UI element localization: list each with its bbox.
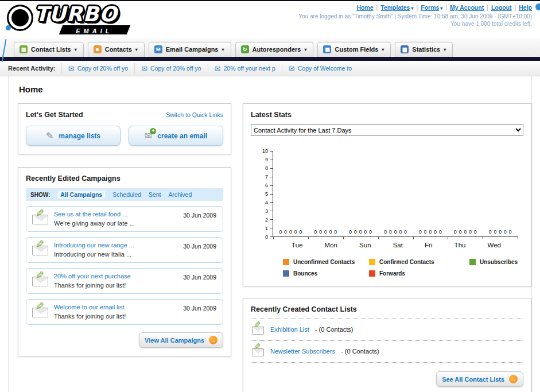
recent-activity-link[interactable]: Copy of 20% off yo xyxy=(77,65,129,72)
filter-archived[interactable]: Archived xyxy=(168,191,192,198)
list-edit-icon: ✎ xyxy=(252,347,265,356)
top-right-area: Home|Templates▾|Forms▾|My Account|Logout… xyxy=(298,4,532,27)
recent-activity-item: ✉ Copy of 20% off yo xyxy=(134,63,207,73)
bar-group-values: 00000 xyxy=(384,229,407,235)
y-tick-label: 9 xyxy=(265,157,268,162)
legend-entry: Unconfirmed Contacts xyxy=(283,259,369,265)
manage-lists-button[interactable]: ✎ manage lists xyxy=(26,126,121,146)
campaign-title-link[interactable]: Introducing our new range ... xyxy=(54,242,170,249)
contact-list-count: - (0 Contacts) xyxy=(315,326,353,333)
filter-scheduled[interactable]: Scheduled xyxy=(112,191,141,198)
tab-autoresponders[interactable]: ↻ Autoresponders ▾ xyxy=(235,42,314,57)
recent-activity-link[interactable]: Copy of 20% off yo xyxy=(150,65,201,72)
nav-divider-bar xyxy=(0,57,540,61)
top-link-templates[interactable]: Templates▾ xyxy=(380,4,413,11)
bar-value-label: 0 xyxy=(284,229,287,235)
recent-activity-item: ✉ Copy of 20% off yo xyxy=(61,63,134,73)
bar-value-label: 0 xyxy=(334,229,337,235)
tab-contacts[interactable]: ☻ Contacts ▾ xyxy=(88,42,145,57)
contact-lists-icon: ▤ xyxy=(20,45,28,53)
legend-entry: Confirmed Contacts xyxy=(369,259,469,265)
y-tick-label: 6 xyxy=(265,183,268,188)
bar-value-label: 0 xyxy=(404,229,407,235)
stats-range-select[interactable]: Contact Activity for the Last 7 Days xyxy=(251,124,523,136)
left-column: Let's Get Started Switch to Quick Links … xyxy=(18,103,231,356)
contact-list-item: ✎ Exhibition List - (0 Contacts) xyxy=(251,319,523,341)
recent-activity-link[interactable]: 20% off your next p xyxy=(224,65,275,72)
credits-info: You have 1,000 total credits left. xyxy=(298,21,532,27)
bar-group-values: 00000 xyxy=(279,229,302,235)
tab-label: Email Campaigns xyxy=(166,46,219,53)
x-tick-label: Fri xyxy=(425,242,432,249)
pencil-icon: ✎ xyxy=(254,320,261,330)
recent-campaigns-panel: Recently Edited Campaigns SHOW: All Camp… xyxy=(18,167,231,356)
chevron-down-icon: ▾ xyxy=(75,47,77,52)
recent-activity-item: ✉ 20% off your next p xyxy=(208,63,282,73)
y-tick xyxy=(270,219,273,220)
separator: | xyxy=(487,4,488,11)
campaign-edit-icon: ✎ xyxy=(32,214,48,224)
see-all-contact-lists-button[interactable]: See All Contact Lists → xyxy=(436,371,523,387)
contact-list-link[interactable]: Exhibition List xyxy=(270,326,309,333)
x-tick xyxy=(308,236,309,239)
switch-quick-links-link[interactable]: Switch to Quick Links xyxy=(166,111,223,118)
bar-value-label: 0 xyxy=(354,229,357,235)
chart-x-labels: TueMonSunSatFriThuWed xyxy=(281,242,512,249)
statistics-icon: ▆ xyxy=(401,45,409,53)
campaign-edit-icon: ✎ xyxy=(32,244,48,255)
chevron-down-icon: ▾ xyxy=(440,6,442,11)
contact-lists-title: Recently Created Contact Lists xyxy=(251,305,523,319)
campaign-date: 30 Jun 2009 xyxy=(183,305,216,312)
top-link-home[interactable]: Home xyxy=(356,4,373,11)
recent-activity-link[interactable]: Copy of Welcome to xyxy=(298,65,352,72)
custom-fields-icon: ▦ xyxy=(323,45,331,53)
view-all-campaigns-button[interactable]: View All Campaigns → xyxy=(139,332,223,348)
y-tick-label: 1 xyxy=(265,226,268,231)
campaign-title-link[interactable]: Welcome to our email list xyxy=(54,304,170,311)
bar-value-label: 0 xyxy=(329,229,332,235)
top-link-forms[interactable]: Forms▾ xyxy=(421,4,442,11)
separator: | xyxy=(515,4,516,11)
top-link-logout[interactable]: Logout xyxy=(491,4,512,11)
tab-label: Contacts xyxy=(105,46,132,53)
campaign-subtitle: Introducing our new Italia ... xyxy=(54,251,170,258)
chevron-down-icon: ▾ xyxy=(444,47,446,52)
y-tick xyxy=(270,202,273,203)
create-email-button[interactable]: ✉ + create an email xyxy=(129,126,223,146)
right-column: Latest Stats Contact Activity for the La… xyxy=(243,103,531,392)
pencil-icon: ✎ xyxy=(36,300,44,313)
bar-value-label: 0 xyxy=(459,229,462,235)
x-tick xyxy=(413,236,414,239)
bar-value-label: 0 xyxy=(434,229,437,235)
logo-email-band: EMAIL xyxy=(59,25,130,34)
campaign-date: 30 Jun 2009 xyxy=(183,274,216,281)
top-link-my-account[interactable]: My Account xyxy=(450,4,484,11)
campaign-title-link[interactable]: 20% off your next purchase xyxy=(54,273,170,280)
campaign-subtitle: Thanks for joining our list! xyxy=(54,313,170,320)
chart-legend: Unconfirmed ContactsConfirmed ContactsUn… xyxy=(283,259,518,277)
tab-custom-fields[interactable]: ▦ Custom Fields ▾ xyxy=(317,42,391,57)
list-edit-icon: ✎ xyxy=(252,325,265,334)
app-window: TURBO EMAIL Home|Templates▾|Forms▾|My Ac… xyxy=(0,0,540,392)
bar-value-label: 0 xyxy=(439,229,442,235)
legend-label: Unconfirmed Contacts xyxy=(293,259,355,265)
bar-value-label: 0 xyxy=(494,229,497,235)
y-tick xyxy=(270,168,273,169)
top-link-help[interactable]: Help xyxy=(519,4,532,11)
filter-sent[interactable]: Sent xyxy=(149,191,161,198)
x-tick xyxy=(448,236,448,239)
contact-list-link[interactable]: Newsletter Subscribers xyxy=(270,348,335,355)
campaign-title-link[interactable]: See us at the retail food ... xyxy=(54,211,170,218)
legend-swatch xyxy=(369,259,375,265)
chart-plot: 00000000000000000000000000000000000 xyxy=(273,151,518,237)
envelope-icon: ✉ xyxy=(215,64,221,73)
tab-email-campaigns[interactable]: ✉ Email Campaigns ▾ xyxy=(149,42,231,57)
bar-value-label: 0 xyxy=(300,229,302,235)
campaign-date: 30 Jun 2009 xyxy=(183,212,216,219)
tab-contact-lists[interactable]: ▤ Contact Lists ▾ xyxy=(14,42,84,57)
tab-statistics[interactable]: ▆ Statistics ▾ xyxy=(395,42,453,57)
bar-value-label: 0 xyxy=(419,229,422,235)
legend-entry: Unsubscribes xyxy=(469,259,518,265)
filter-all-campaigns[interactable]: All Campaigns xyxy=(57,191,105,199)
y-tick-label: 10 xyxy=(262,148,268,154)
